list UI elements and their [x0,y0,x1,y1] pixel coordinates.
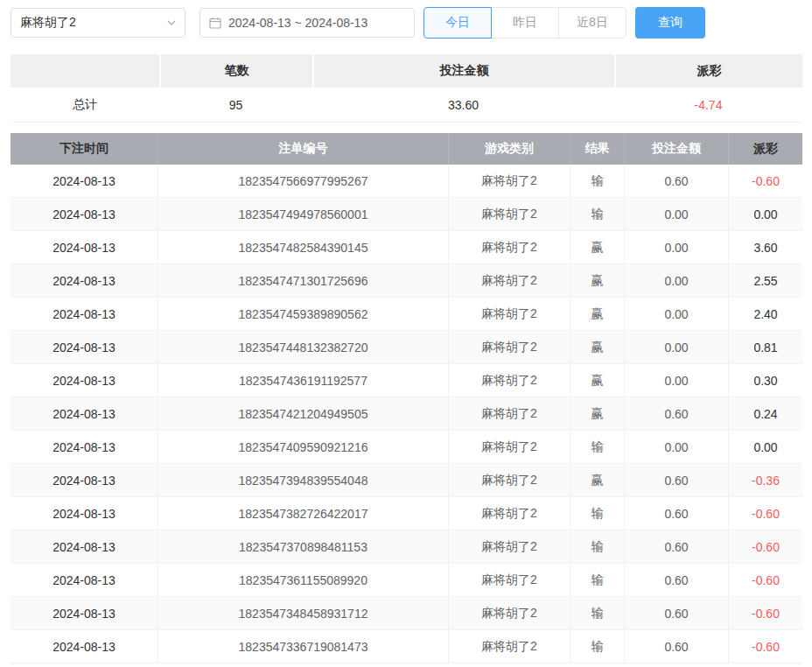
bet-time-cell: 2024-08-13 [10,165,158,197]
summary-header-bet-amount: 投注金额 [312,54,614,88]
date-range-value: 2024-08-13 ~ 2024-08-13 [228,16,368,30]
game-type-cell: 麻将胡了2 [449,564,570,596]
payout-cell: -0.60 [729,630,802,663]
bet-time-cell: 2024-08-13 [10,397,158,430]
bet-time-cell: 2024-08-13 [10,597,158,629]
bet-time-cell: 2024-08-13 [10,431,158,463]
bet-time-cell: 2024-08-13 [10,231,158,263]
bet-table-body: 2024-08-13 1823547566977995267 麻将胡了2 输 0… [10,165,802,663]
bet-amount-cell: 0.60 [625,630,729,663]
game-type-cell: 麻将胡了2 [449,397,570,430]
toolbar: 麻将胡了2 2024-08-13 ~ 2024-08-13 今日 昨日 近8日 … [10,7,802,39]
result-cell: 赢 [570,464,625,496]
table-row: 2024-08-13 1823547436191192577 麻将胡了2 赢 0… [10,364,802,397]
bet-time-cell: 2024-08-13 [10,497,158,530]
result-cell: 赢 [570,397,625,430]
table-row: 2024-08-13 1823547394839554048 麻将胡了2 赢 0… [10,464,802,497]
result-cell: 输 [570,597,625,629]
bet-id-cell: 1823547361155089920 [158,564,449,596]
bet-id-cell: 1823547382726422017 [158,497,449,530]
result-cell: 输 [570,530,625,563]
result-cell: 输 [570,165,625,197]
table-row: 2024-08-13 1823547421204949505 麻将胡了2 赢 0… [10,397,802,431]
game-type-cell: 麻将胡了2 [449,264,570,297]
header-bet-id: 注单编号 [158,133,449,165]
header-bet-time: 下注时间 [10,133,158,165]
bet-id-cell: 1823547348458931712 [158,597,449,629]
bet-amount-cell: 0.00 [625,231,729,263]
last-8-days-button[interactable]: 近8日 [558,7,626,39]
header-game-type: 游戏类别 [449,133,570,165]
bet-time-cell: 2024-08-13 [10,364,158,397]
bet-time-cell: 2024-08-13 [10,198,158,230]
summary-bet-amount-value: 33.60 [312,88,614,122]
summary-header-count: 笔数 [159,54,312,88]
bet-time-cell: 2024-08-13 [10,331,158,363]
bet-amount-cell: 0.60 [625,497,729,530]
table-row: 2024-08-13 1823547409590921216 麻将胡了2 输 0… [10,431,802,464]
result-cell: 输 [570,630,625,663]
result-cell: 赢 [570,364,625,397]
table-row: 2024-08-13 1823547459389890562 麻将胡了2 赢 0… [10,298,802,331]
header-payout: 派彩 [729,133,802,165]
bet-amount-cell: 0.60 [625,530,729,563]
table-row: 2024-08-13 1823547361155089920 麻将胡了2 输 0… [10,564,802,597]
bet-amount-cell: 0.00 [625,264,729,297]
bet-amount-cell: 0.00 [625,298,729,330]
result-cell: 赢 [570,298,625,330]
bet-time-cell: 2024-08-13 [10,264,158,297]
game-type-cell: 麻将胡了2 [449,231,570,263]
bet-id-cell: 1823547471301725696 [158,264,449,297]
summary-header-empty [10,54,159,88]
result-cell: 赢 [570,331,625,363]
game-type-cell: 麻将胡了2 [449,630,570,663]
payout-cell: 0.00 [729,198,802,230]
game-select-value: 麻将胡了2 [20,15,76,31]
bet-id-cell: 1823547566977995267 [158,165,449,197]
result-cell: 输 [570,497,625,530]
bet-id-cell: 1823547459389890562 [158,298,449,330]
payout-cell: -0.60 [729,530,802,563]
bet-records-table: 下注时间 注单编号 游戏类别 结果 投注金额 派彩 2024-08-13 182… [10,133,802,663]
query-button[interactable]: 查询 [635,7,705,39]
bet-amount-cell: 0.60 [625,464,729,496]
bet-time-cell: 2024-08-13 [10,630,158,663]
summary-payout-value: -4.74 [614,88,802,122]
payout-cell: 0.81 [729,331,802,363]
bet-id-cell: 1823547394839554048 [158,464,449,496]
game-select[interactable]: 麻将胡了2 [10,8,186,38]
summary-header-payout: 派彩 [614,54,802,88]
today-button[interactable]: 今日 [424,7,492,39]
bet-amount-cell: 0.60 [625,165,729,197]
table-row: 2024-08-13 1823547336719081473 麻将胡了2 输 0… [10,630,802,663]
summary-count-value: 95 [159,88,312,122]
bet-amount-cell: 0.00 [625,364,729,397]
bet-amount-cell: 0.00 [625,198,729,230]
bet-time-cell: 2024-08-13 [10,298,158,330]
game-type-cell: 麻将胡了2 [449,298,570,330]
bet-amount-cell: 0.60 [625,597,729,629]
payout-cell: 3.60 [729,231,802,263]
table-row: 2024-08-13 1823547348458931712 麻将胡了2 输 0… [10,597,802,630]
header-bet-amount: 投注金额 [625,133,729,165]
table-row: 2024-08-13 1823547370898481153 麻将胡了2 输 0… [10,530,802,564]
table-row: 2024-08-13 1823547566977995267 麻将胡了2 输 0… [10,165,802,198]
payout-cell: 0.00 [729,431,802,463]
bet-time-cell: 2024-08-13 [10,464,158,496]
payout-cell: 0.30 [729,364,802,397]
game-type-cell: 麻将胡了2 [449,198,570,230]
payout-cell: 2.55 [729,264,802,297]
bet-id-cell: 1823547436191192577 [158,364,449,397]
yesterday-button[interactable]: 昨日 [491,7,559,39]
summary-total-label: 总计 [10,88,159,122]
game-type-cell: 麻将胡了2 [449,331,570,363]
bet-id-cell: 1823547494978560001 [158,198,449,230]
bet-amount-cell: 0.00 [625,431,729,463]
result-cell: 赢 [570,231,625,263]
summary-header-row: 笔数 投注金额 派彩 [10,54,802,88]
date-range-picker[interactable]: 2024-08-13 ~ 2024-08-13 [200,8,415,38]
bet-id-cell: 1823547409590921216 [158,431,449,463]
table-row: 2024-08-13 1823547494978560001 麻将胡了2 输 0… [10,198,802,231]
quick-date-button-group: 今日 昨日 近8日 [424,7,626,39]
game-type-cell: 麻将胡了2 [449,530,570,563]
